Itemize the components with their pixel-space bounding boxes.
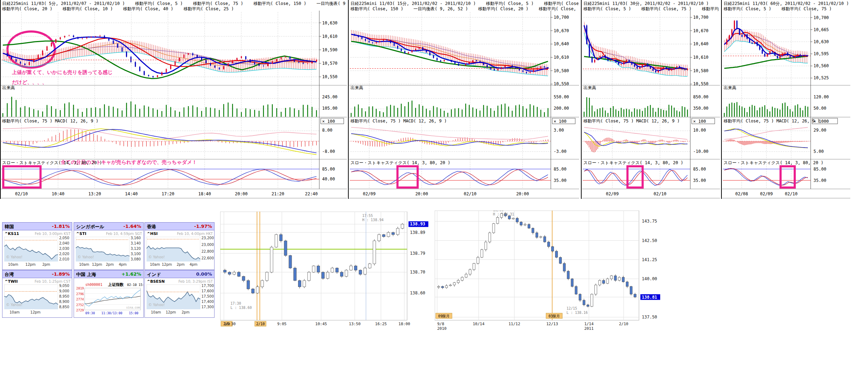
widget-header: シンガポール-1.64% [74,223,143,230]
stoch-layer [583,166,690,188]
ichimoku-cloud [3,40,316,73]
price-tick: 10,700 [554,15,569,20]
time-tick: 13:20 [88,191,101,196]
macd-tick: 10.00 [693,128,706,133]
stoch-tick: 85.00 [813,167,826,172]
volume-section-label: 出来高 [2,85,15,90]
chart-panel-60min[interactable]: 日経225mini 11/03( 60分, 2011/02/02 - 2011/… [722,0,850,199]
time-tick: 02/09 [606,191,619,196]
intraday-candlestick-chart[interactable]: 2/92/10138.93138.89138.79138.70138.6016:… [220,212,438,336]
macd-tick: 3.00 [554,128,564,133]
macd-tick: 8.00 [322,128,332,133]
macd-section-label: 移動平均( Close, 75 ) MACD( 12, 26, 9 ) [724,119,820,123]
volume-section-label: 出来高 [583,85,596,90]
sina-ytick: 2774 [76,298,84,301]
market-widget-^STI[interactable]: シンガポール-1.64%^STIFeb 10, 4:59pm SGT© Yaho… [74,222,144,270]
year-tick: 2010 [437,326,447,331]
time-tick: 22:40 [305,191,318,196]
market-name: インド [147,271,161,278]
sina-xtick: 09:30 [85,311,95,315]
contract-label: 09限月 [438,314,450,318]
market-widget-^TWII[interactable]: 台湾-1.89%^TWIIFeb 10, 1:25pm CST© Yahoo!9… [2,270,72,318]
date-tick: 11/12 [508,322,520,326]
last-price-value: 138.93 [410,222,425,226]
widget-xtick: 2pm [177,263,184,266]
stoch-section-label: スロー・ストキャスティクス( 14, 3, 80, 20 ) [583,160,683,165]
daily-candlestick-chart[interactable]: 09限月03限月143.75142.50141.25140.00138.8113… [435,211,669,336]
widget-ytick: 22,800 [201,249,214,253]
ichimoku-cloud [351,30,548,76]
price-tick: 141.25 [642,257,657,262]
volume-bars [724,102,808,117]
volume-tick: 245.00 [322,94,337,99]
widget-ytick: 2,030 [59,247,69,251]
widget-ticker: ^KS11 [5,231,19,236]
market-name: 香港 [147,224,156,230]
widget-ytick: 3,080 [131,257,141,261]
market-change: -1.97% [194,224,212,229]
widget-xtick: 12pm [92,263,102,266]
macd-layer [350,127,551,146]
widget-ticker: ^HSI [147,231,158,236]
contract-label: 03限月 [548,314,560,318]
volume-tick: 105.00 [322,106,337,111]
price-tick: 143.75 [642,219,657,224]
volume-bars [2,97,317,117]
price-tick: 10,595 [813,51,829,56]
stoch-tick: 35.00 [813,178,826,183]
macd-tick: -8.00 [322,149,335,154]
sina-ytick: 2729 [76,309,84,312]
stoch-tick: 35.00 [693,178,706,183]
time-tick: 02/09 [760,191,773,196]
price-tick: 10,630 [813,39,829,44]
date-tick: 18:00 [399,322,410,326]
year-tick: 2011 [584,326,594,331]
market-widget-^BSESN[interactable]: インド0.00%^BSESNFeb 10, 3:29pm IST© Yahoo!… [144,270,215,318]
time-tick: 18:40 [198,191,211,196]
yahoo-watermark: © Yahoo! [148,303,165,307]
date-tick: 16:30 [224,322,236,326]
price-tick: 138.79 [410,251,425,256]
chart-canvas: 10,70010,66510,63010,59510,56010,525出来高1… [722,0,850,199]
widget-ytick: 23,200 [201,236,214,240]
sina-ytick: 2819 [76,287,84,290]
price-tick: 10,550 [693,81,708,86]
stoch-tick: 85.00 [554,167,566,172]
volume-tick: 350.00 [693,106,708,111]
market-widget-^HSI[interactable]: 香港-1.97%^HSIFeb 10, 4:00pm HKT© Yahoo!23… [144,222,215,270]
stoch-layer [723,166,811,188]
widget-ytick: 17,600 [201,289,214,293]
chart-canvas: 10,63010,61010,59010,57010,550出来高245.001… [1,0,347,199]
widget-xtick: 10am [10,310,20,314]
market-change: -1.81% [52,224,70,229]
time-tick: 20:00 [235,191,247,196]
widget-ytick: 9,050 [59,284,69,288]
yahoo-watermark: © Yahoo! [6,255,23,259]
price-tick: 10,640 [693,41,708,46]
widget-xtick: 12pm [30,310,41,314]
last-price-value: 138.81 [642,295,657,300]
date-tick: 12/13 [546,322,558,326]
time-tick: 02/10 [15,191,28,196]
stoch-layer [350,166,551,188]
chart-panel-5min[interactable]: 日経225mini 11/03( 5分, 2011/02/07 - 2011/0… [1,0,347,199]
pink-highlight-box [781,166,795,188]
volume-tick: 200.00 [554,106,569,111]
day-label: 2/10 [256,322,265,326]
widget-ytick: 8,900 [59,300,69,304]
date-tick: 13:50 [349,322,361,326]
volume-tick: 120.00 [813,94,829,99]
yahoo-watermark: © Yahoo! [78,255,94,259]
time-tick: 21:20 [272,191,284,196]
chart-panel-30min[interactable]: 日経225mini 11/03( 30分, 2011/02/02 - 2011/… [582,0,720,199]
stoch-section-label: スロー・ストキャスティクス( 14, 3, 80, 20 ) [350,160,450,165]
widget-ytick: 22,600 [201,256,214,260]
price-tick: 10,610 [693,55,708,60]
chart-panel-15min[interactable]: 日経225mini 11/03( 15分, 2011/02/02 - 2011/… [349,0,579,199]
price-tick: 10,610 [322,34,337,39]
yahoo-watermark: © Yahoo! [148,255,165,259]
market-widget-sh000001[interactable]: 中国 上海+1.62%28192796277427522729sh000001上… [74,270,144,318]
market-widget-^KS11[interactable]: 韓国-1.81%^KS11Feb 10, 3:00pm KST© Yahoo!2… [2,222,72,270]
widget-ytick: 17,500 [201,294,214,298]
pink-highlight-box [398,166,418,188]
